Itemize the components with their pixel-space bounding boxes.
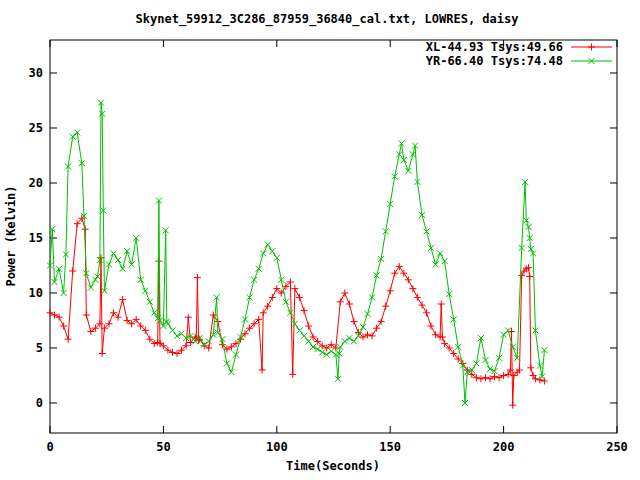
y-tick-label: 5	[36, 341, 43, 355]
x-tick-label: 150	[379, 440, 401, 454]
x-tick-label: 50	[156, 440, 170, 454]
legend-label-yr: YR-66.40 Tsys:74.48	[426, 54, 563, 68]
chart-canvas: 050100150200250051015202530 XL-44.93 Tsy…	[0, 0, 640, 480]
x-tick-label: 0	[46, 440, 53, 454]
y-tick-label: 0	[36, 396, 43, 410]
y-tick-label: 30	[29, 66, 43, 80]
x-axis-title: Time(Seconds)	[286, 459, 380, 473]
y-tick-label: 10	[29, 286, 43, 300]
legend-label-xl: XL-44.93 Tsys:49.66	[426, 40, 563, 54]
y-tick-label: 20	[29, 176, 43, 190]
x-tick-label: 200	[493, 440, 515, 454]
chart-title: Skynet_59912_3C286_87959_36840_cal.txt, …	[136, 12, 519, 27]
y-axis-title: Power (Kelvin)	[4, 185, 18, 286]
y-tick-label: 15	[29, 231, 43, 245]
y-tick-label: 25	[29, 121, 43, 135]
x-tick-label: 100	[266, 440, 288, 454]
x-tick-label: 250	[606, 440, 628, 454]
power-vs-time-chart: 050100150200250051015202530 XL-44.93 Tsy…	[0, 0, 640, 480]
